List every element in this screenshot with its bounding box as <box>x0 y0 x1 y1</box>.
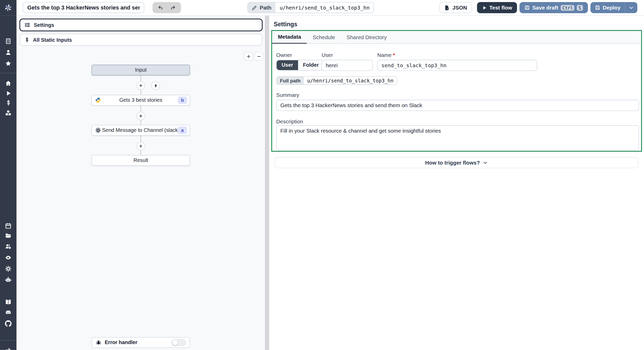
user-label: User <box>321 52 333 58</box>
owner-user-option[interactable]: User <box>277 60 298 70</box>
settings-tabs: Metadata Schedule Shared Directory <box>272 31 641 44</box>
panel-resize-handle[interactable] <box>265 16 269 350</box>
flow-node-step-b-label: Gets 3 best stories <box>92 97 190 103</box>
all-static-inputs-label: All Static Inputs <box>33 37 72 42</box>
step-id-badge: a <box>178 126 187 134</box>
owner-folder-option[interactable]: Folder <box>298 60 324 70</box>
owner-kind-toggle: User Folder <box>276 60 324 71</box>
dollar-icon <box>24 37 30 42</box>
shortcut-ctrl-key: Ctrl <box>561 5 574 10</box>
full-path-label: Full path <box>277 77 304 84</box>
all-static-inputs-item[interactable]: All Static Inputs <box>20 34 262 46</box>
required-marker: * <box>393 52 395 58</box>
deploy-button-group: Deploy <box>590 2 637 13</box>
test-flow-button[interactable]: Test flow <box>477 2 517 13</box>
nav-docs-icon[interactable] <box>0 298 16 307</box>
nav-user-icon[interactable] <box>0 48 16 57</box>
nav-favorites-icon[interactable] <box>0 59 16 68</box>
nav-groups-icon[interactable] <box>0 242 16 251</box>
flow-node-step-a-label: Send Message to Channel (slack) <box>92 127 190 133</box>
flow-node-result[interactable]: Result <box>91 155 190 166</box>
insert-step-button[interactable] <box>137 112 145 121</box>
tab-metadata[interactable]: Metadata <box>272 31 307 44</box>
flow-settings-label: Settings <box>34 22 54 28</box>
plus-icon <box>139 144 143 149</box>
flow-node-step-b[interactable]: Gets 3 best stories b <box>91 95 190 106</box>
shortcut-s-key: S <box>577 5 583 10</box>
description-textarea[interactable]: Fill in your Slack resource & channel an… <box>276 125 639 150</box>
how-to-trigger-button[interactable]: How to trigger flows? <box>275 157 638 168</box>
left-nav-rail <box>0 16 16 350</box>
canvas-zoom-controls <box>244 52 263 61</box>
windmill-logo[interactable] <box>0 0 16 16</box>
json-button[interactable]: JSON <box>439 2 472 13</box>
flow-name-input[interactable] <box>377 60 537 71</box>
tab-shared-directory[interactable]: Shared Directory <box>341 31 393 43</box>
deploy-options-button[interactable] <box>625 2 637 13</box>
windmill-logo-icon <box>3 3 13 13</box>
nav-github-icon[interactable] <box>0 319 16 328</box>
toggle-knob <box>172 340 178 345</box>
expand-sidebar-icon[interactable] <box>0 345 16 350</box>
nav-runs-icon[interactable] <box>0 89 16 98</box>
zoom-in-button[interactable] <box>244 52 253 61</box>
nav-discord-icon[interactable] <box>0 308 16 317</box>
owner-label: Owner <box>276 52 292 58</box>
flow-canvas: Settings All Static Inputs Input <box>16 16 265 350</box>
flow-title-input[interactable] <box>23 2 144 13</box>
top-bar-actions: JSON Test flow Save draft Ctrl <box>439 2 637 13</box>
plus-icon <box>139 114 143 118</box>
play-icon <box>482 5 487 10</box>
save-draft-button[interactable]: Save draft Ctrl S <box>520 2 588 13</box>
name-label-text: Name <box>377 52 392 58</box>
insert-step-button[interactable] <box>137 81 145 90</box>
zoom-out-button[interactable] <box>255 52 263 61</box>
summary-label: Summary <box>276 92 299 98</box>
tab-schedule[interactable]: Schedule <box>307 31 341 43</box>
owner-user-input[interactable] <box>321 60 372 71</box>
plus-icon <box>139 83 143 88</box>
error-handler-toggle[interactable] <box>172 339 186 346</box>
description-label: Description <box>276 118 303 124</box>
nav-variables-icon[interactable] <box>0 98 16 107</box>
flow-settings-item[interactable]: Settings <box>19 19 262 31</box>
add-trigger-button[interactable] <box>151 81 160 90</box>
flow-node-input[interactable]: Input <box>91 65 190 75</box>
path-field[interactable]: Path u/henri/send_to_slack_top3_hn <box>247 2 374 13</box>
top-bar: Path u/henri/send_to_slack_top3_hn JSON … <box>0 0 644 16</box>
undo-button[interactable] <box>155 3 165 12</box>
error-handler-node[interactable]: Error handler <box>91 337 190 348</box>
redo-icon <box>170 4 176 11</box>
test-flow-label: Test flow <box>489 5 512 11</box>
nav-folders-icon[interactable] <box>0 231 16 240</box>
full-path-field: Full path u/henri/send_to_slack_top3_hn <box>276 76 397 85</box>
flow-node-step-a[interactable]: Send Message to Channel (slack) a <box>91 125 190 136</box>
sliders-icon <box>24 22 30 28</box>
nav-workspace-icon[interactable] <box>0 37 16 46</box>
plus-icon <box>246 54 251 59</box>
nav-audit-logs-icon[interactable] <box>0 253 16 262</box>
nav-workers-icon[interactable] <box>0 275 16 284</box>
nav-resources-icon[interactable] <box>0 108 16 117</box>
pencil-icon <box>252 5 257 10</box>
nav-schedules-icon[interactable] <box>0 221 16 230</box>
nav-home-icon[interactable] <box>0 79 16 88</box>
error-handler-label: Error handler <box>105 340 138 345</box>
bug-icon <box>96 340 101 345</box>
minus-icon <box>256 54 261 59</box>
redo-button[interactable] <box>168 3 178 12</box>
save-icon <box>524 5 530 10</box>
flow-node-input-label: Input <box>92 67 190 73</box>
name-label: Name* <box>377 52 395 58</box>
path-label-text: Path <box>260 5 271 11</box>
nav-settings-icon[interactable] <box>0 264 16 273</box>
settings-panel: Settings Metadata Schedule Shared Direct… <box>269 16 644 350</box>
json-button-label: JSON <box>452 5 467 11</box>
chevron-down-icon <box>629 5 634 10</box>
undo-redo-group <box>152 2 181 13</box>
deploy-button[interactable]: Deploy <box>590 2 625 13</box>
settings-panel-title: Settings <box>274 21 298 28</box>
insert-step-button[interactable] <box>137 142 145 151</box>
summary-input[interactable] <box>276 100 639 111</box>
file-export-icon <box>444 5 450 10</box>
